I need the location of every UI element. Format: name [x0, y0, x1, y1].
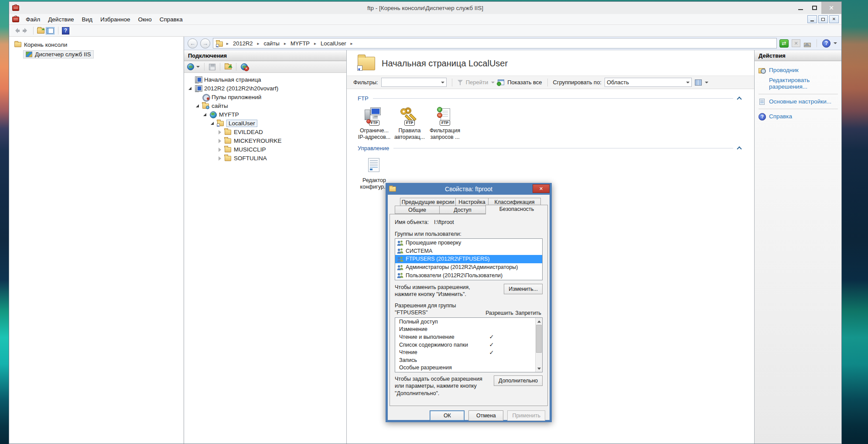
close-button[interactable]: ✕ — [821, 2, 841, 14]
title-bar[interactable]: ftp - [Корень консоли\Диспетчер служб II… — [9, 2, 841, 14]
stop-icon[interactable]: ✕ — [792, 39, 800, 47]
edit-button[interactable]: Изменить... — [504, 284, 543, 294]
tree-item-LocalUser[interactable]: LocalUser — [184, 119, 346, 127]
menu-item-Избранное[interactable]: Избранное — [96, 16, 134, 23]
breadcrumb-help-icon[interactable]: ? — [822, 39, 830, 48]
collapse-icon[interactable] — [188, 86, 192, 91]
minimize-button[interactable] — [793, 2, 807, 14]
breadcrumb-item-MYFTP[interactable]: MYFTP — [290, 40, 311, 47]
tab-Доступ[interactable]: Доступ — [439, 206, 486, 214]
tree-item-SOFTULINA[interactable]: SOFTULINA — [184, 154, 346, 162]
connection-dropdown-icon[interactable] — [196, 66, 200, 69]
action-Основные настройки...[interactable]: Основные настройки... — [759, 96, 838, 107]
collapse-icon[interactable] — [202, 112, 207, 117]
view-dropdown-icon[interactable] — [705, 82, 708, 85]
tree-item-MICKEYROURKE[interactable]: MICKEYROURKE — [184, 136, 346, 145]
group-item-3[interactable]: Администраторы (2012R2\Администраторы) — [395, 263, 542, 272]
breadcrumb-forward-icon[interactable]: → — [200, 38, 210, 48]
menu-item-Окно[interactable]: Окно — [134, 16, 155, 23]
dialog-close-button[interactable]: ✕ — [533, 184, 550, 193]
create-connection-icon[interactable] — [187, 63, 194, 70]
tab-Предыдущие версии[interactable]: Предыдущие версии — [400, 198, 456, 206]
help-icon[interactable]: ? — [62, 27, 69, 34]
help-dropdown-icon[interactable] — [834, 42, 837, 46]
filter-input[interactable] — [381, 78, 447, 87]
dialog-title-bar[interactable]: Свойства: ftproot ✕ — [388, 183, 550, 195]
go-dropdown-icon[interactable] — [491, 82, 495, 85]
breadcrumb-item-LocalUser[interactable]: LocalUser — [320, 40, 347, 47]
forward-icon[interactable] — [22, 28, 30, 34]
group-item-4[interactable]: Пользователи (2012R2\Пользователи) — [395, 271, 542, 279]
menu-item-Вид[interactable]: Вид — [78, 16, 96, 23]
group-item-0[interactable]: Прошедшие проверку — [395, 239, 542, 247]
delete-connection-icon[interactable] — [241, 63, 248, 70]
console-snapin-node[interactable]: Диспетчер служб IIS — [9, 49, 184, 59]
export-list-icon[interactable] — [37, 28, 44, 34]
group-by-select[interactable]: Область — [605, 78, 692, 87]
tree-item-EVILDEAD[interactable]: EVILDEAD — [184, 127, 346, 136]
action-Справка[interactable]: Справка — [759, 111, 838, 121]
permissions-scrollbar[interactable] — [535, 318, 542, 372]
collapse-icon[interactable] — [210, 121, 215, 126]
tab-Общие[interactable]: Общие — [395, 206, 440, 214]
group-item-1[interactable]: СИСТЕМА — [395, 247, 542, 255]
permission-row-4[interactable]: Чтение✓ — [395, 348, 535, 356]
tree-item-сайты[interactable]: сайты — [184, 101, 346, 110]
show-all-button[interactable]: Показать все — [507, 79, 542, 86]
object-name-value: I:\ftproot — [434, 219, 454, 225]
menu-item-Справка[interactable]: Справка — [156, 16, 187, 23]
feature-ftp-request-filtering[interactable]: ✓−FTPФильтрациязапросов ... — [428, 107, 461, 141]
collapse-chevron-icon[interactable] — [737, 146, 742, 151]
permission-row-2[interactable]: Чтение и выполнение✓ — [395, 333, 535, 341]
expand-icon[interactable] — [217, 138, 222, 143]
breadcrumb-item-сайты[interactable]: сайты — [263, 40, 280, 47]
scroll-down-icon[interactable] — [536, 365, 542, 372]
permission-row-5[interactable]: Запись — [395, 356, 535, 364]
feature-ftp-ip-restrictions[interactable]: FTPОграниче...IP-адресов... — [358, 107, 391, 141]
action-Редактировать разрешения...[interactable]: Редактировать разрешения... — [759, 75, 838, 92]
tab-Безопасность[interactable]: Безопасность — [485, 205, 548, 214]
tree-item-Начальная страница[interactable]: Начальная страница — [184, 75, 346, 84]
refresh-up-icon[interactable] — [225, 64, 232, 69]
action-Проводник[interactable]: Проводник — [759, 65, 838, 75]
group-item-2[interactable]: FTPUSERS (2012R2\FTPUSERS) — [395, 255, 542, 263]
ok-button[interactable]: ОК — [430, 410, 465, 421]
tab-Настройка[interactable]: Настройка — [455, 198, 489, 206]
apply-button[interactable]: Применить — [507, 410, 545, 421]
expand-icon[interactable] — [217, 147, 222, 152]
cancel-button[interactable]: Отмена — [468, 410, 503, 421]
save-connections-icon[interactable] — [209, 64, 215, 70]
permission-row-1[interactable]: Изменение — [395, 326, 535, 334]
tree-item-Пулы приложений[interactable]: Пулы приложений — [184, 93, 346, 101]
collapse-chevron-icon[interactable] — [737, 96, 742, 101]
address-bar[interactable]: ▸2012R2▸сайты▸MYFTP▸LocalUser▸ — [213, 38, 777, 48]
refresh-icon[interactable]: ⇄ — [779, 39, 789, 48]
collapse-icon[interactable] — [195, 103, 200, 108]
permission-row-3[interactable]: Список содержимого папки✓ — [395, 341, 535, 349]
menu-item-Действие[interactable]: Действие — [44, 16, 78, 23]
home-icon[interactable] — [803, 40, 811, 47]
advanced-button[interactable]: Дополнительно — [494, 375, 543, 386]
maximize-button[interactable] — [807, 2, 821, 14]
scroll-up-icon[interactable] — [536, 318, 542, 324]
expand-icon[interactable] — [217, 156, 222, 161]
permission-row-6[interactable]: Особые разрешения — [395, 364, 535, 372]
go-button[interactable]: Перейти — [466, 79, 489, 86]
tree-item-MUSICCLIP[interactable]: MUSICCLIP — [184, 145, 346, 154]
permission-row-0[interactable]: Полный доступ — [395, 318, 535, 326]
back-icon[interactable] — [13, 28, 21, 34]
expand-icon[interactable] — [217, 130, 222, 134]
tree-item-2012R2 (2012R2\h20vovarf)[interactable]: 2012R2 (2012R2\h20vovarf) — [184, 84, 346, 93]
feature-ftp-auth-rules[interactable]: FTPПравилаавторизац... — [393, 107, 426, 141]
breadcrumb-item-2012R2[interactable]: 2012R2 — [232, 40, 254, 47]
mdi-restore-button[interactable] — [818, 15, 828, 23]
mdi-close-button[interactable]: ✕ — [829, 15, 839, 23]
tree-item-MYFTP[interactable]: MYFTP — [184, 110, 346, 119]
show-console-tree-icon[interactable] — [46, 27, 55, 34]
console-root-node[interactable]: Корень консоли — [9, 40, 184, 49]
menu-item-Файл[interactable]: Файл — [22, 16, 44, 23]
view-mode-icon[interactable] — [695, 79, 702, 86]
scrollbar-thumb[interactable] — [536, 325, 542, 353]
mdi-minimize-button[interactable] — [807, 15, 817, 23]
breadcrumb-back-icon[interactable]: ← — [188, 38, 198, 48]
